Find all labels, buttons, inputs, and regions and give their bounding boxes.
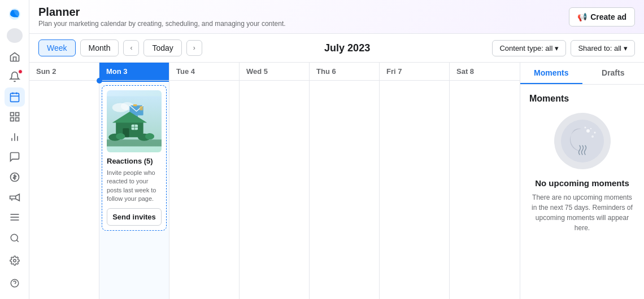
day-header-fri7: Fri 7	[380, 63, 450, 80]
month-title: July 2023	[324, 42, 370, 54]
right-panel: Moments Drafts Moments	[520, 63, 644, 299]
svg-rect-26	[140, 106, 143, 110]
svg-rect-4	[10, 113, 14, 116]
svg-point-41	[584, 127, 586, 129]
calendar-grid: Sun 2 Mon 3 Tue 4 Wed 5 Thu 6 Fri 7 Sat …	[29, 63, 520, 299]
calendar-body: Sun 2 Mon 3 Tue 4 Wed 5 Thu 6 Fri 7 Sat …	[29, 63, 644, 299]
sidebar-icon-home[interactable]	[5, 47, 25, 67]
today-button[interactable]: Today	[143, 39, 181, 56]
sidebar	[0, 0, 29, 299]
current-time-dot	[97, 78, 102, 83]
calendar-content-row: Reactions (5) Invite people who reacted …	[29, 81, 520, 299]
no-moments-description: There are no upcoming moments in the nex…	[529, 192, 635, 233]
megaphone-icon: 📢	[577, 12, 587, 21]
day-cell-wed5	[240, 81, 310, 299]
panel-content: Moments	[520, 85, 644, 299]
content-type-filter[interactable]: Content type: all ▾	[492, 40, 566, 56]
svg-line-16	[16, 240, 18, 242]
svg-rect-5	[15, 113, 19, 116]
settings-icon[interactable]	[5, 250, 25, 271]
event-card[interactable]: Reactions (5) Invite people who reacted …	[102, 85, 167, 231]
svg-point-38	[561, 120, 604, 162]
moments-tab[interactable]: Moments	[520, 63, 582, 84]
page-subtitle: Plan your marketing calendar by creating…	[38, 20, 286, 28]
svg-point-43	[594, 132, 595, 134]
day-cell-thu6	[310, 81, 380, 299]
toolbar-right: Content type: all ▾ Shared to: all ▾	[492, 40, 635, 56]
no-moments-title: No upcoming moments	[535, 178, 629, 188]
svg-point-40	[591, 135, 594, 138]
day-cell-fri7	[380, 81, 450, 299]
day-cell-sat8	[450, 81, 520, 299]
chevron-down-icon: ▾	[624, 44, 628, 52]
megaphone-icon[interactable]	[5, 188, 25, 207]
day-cell-tue4	[169, 81, 240, 299]
analytics-icon[interactable]	[5, 127, 25, 147]
monetize-icon[interactable]	[5, 168, 25, 187]
event-description: Invite people who reacted to your posts …	[107, 169, 162, 204]
svg-rect-7	[10, 118, 14, 121]
panel-section-title: Moments	[529, 94, 569, 104]
svg-rect-6	[15, 118, 19, 121]
shared-to-filter[interactable]: Shared to: all ▾	[571, 40, 635, 56]
svg-point-42	[590, 128, 591, 129]
day-header-sat8: Sat 8	[450, 63, 520, 80]
svg-point-39	[586, 129, 590, 133]
day-header-sun2: Sun 2	[29, 63, 99, 80]
chevron-down-icon: ▾	[555, 44, 559, 52]
menu-icon[interactable]	[5, 208, 25, 227]
event-title: Reactions (5)	[107, 157, 162, 165]
svg-point-34	[116, 133, 125, 139]
svg-point-17	[13, 260, 16, 262]
calendar-toolbar: Week Month ‹ Today › July 2023 Content t…	[29, 34, 644, 63]
day-cell-sun2	[29, 81, 99, 299]
day-header-mon3: Mon 3	[99, 63, 169, 80]
panel-tabs: Moments Drafts	[520, 63, 644, 85]
toolbar-left: Week Month ‹ Today ›	[38, 39, 202, 56]
drafts-tab[interactable]: Drafts	[582, 63, 645, 84]
svg-rect-25	[133, 104, 137, 106]
no-moments-illustration	[554, 113, 611, 169]
next-button[interactable]: ›	[186, 40, 202, 56]
meta-logo[interactable]	[5, 5, 25, 24]
chat-icon[interactable]	[5, 148, 25, 167]
main-content: Planner Plan your marketing calendar by …	[29, 0, 644, 299]
notification-icon[interactable]	[5, 67, 25, 86]
day-cell-mon3: Reactions (5) Invite people who reacted …	[99, 81, 169, 299]
day-header-tue4: Tue 4	[169, 63, 240, 80]
svg-point-36	[145, 133, 154, 139]
page-header: Planner Plan your marketing calendar by …	[29, 0, 644, 34]
calendar-icon[interactable]	[5, 87, 25, 107]
month-view-button[interactable]: Month	[80, 39, 119, 56]
day-header-thu6: Thu 6	[310, 63, 380, 80]
help-icon[interactable]	[5, 273, 25, 293]
svg-rect-37	[107, 139, 162, 146]
week-view-button[interactable]: Week	[38, 39, 76, 56]
pages-icon[interactable]	[5, 108, 25, 127]
search-icon[interactable]	[5, 228, 25, 248]
svg-rect-0	[10, 93, 19, 102]
create-ad-button[interactable]: 📢 Create ad	[569, 7, 635, 27]
user-avatar[interactable]	[7, 28, 23, 43]
day-header-wed5: Wed 5	[240, 63, 310, 80]
prev-button[interactable]: ‹	[123, 40, 139, 56]
header-left: Planner Plan your marketing calendar by …	[38, 6, 286, 28]
event-illustration	[107, 90, 162, 152]
notification-badge	[18, 69, 23, 74]
svg-point-15	[11, 234, 18, 241]
send-invites-button[interactable]: Send invites	[107, 208, 162, 226]
calendar-header-row: Sun 2 Mon 3 Tue 4 Wed 5 Thu 6 Fri 7 Sat …	[29, 63, 520, 81]
page-title: Planner	[38, 6, 286, 19]
